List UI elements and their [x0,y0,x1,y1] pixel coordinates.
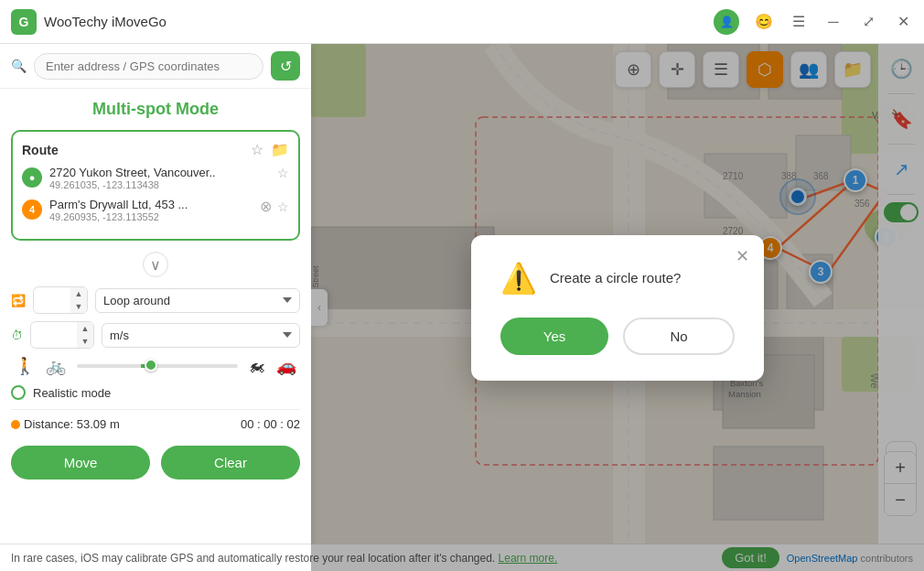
star-icon[interactable]: ☆ [251,141,263,158]
waypoint-text-4: Parm's Drywall Ltd, 453 ... 49.260935, -… [49,198,252,222]
speed-unit-select[interactable]: m/s km/h mph [102,323,300,348]
waypoint-icons-1: ☆ [277,166,289,180]
waypoint-dot-4: 4 [22,199,42,220]
clear-button[interactable]: Clear [161,446,300,479]
speed-input-container[interactable]: 23.18 ▲ ▼ [30,321,94,349]
loop-icon: 🔁 [11,294,26,307]
star-empty-icon-4[interactable]: ☆ [277,199,289,214]
loop-count-down[interactable]: ▼ [70,300,87,313]
waypoint-icons-4: ⊗ ☆ [260,198,289,215]
route-box: Route ☆ 📁 ● 2720 Yukon Street, Vancouver… [11,130,300,241]
action-buttons: Move Clear [11,438,300,487]
distance-dot [11,420,20,429]
transport-row: 🚶 🚲 🏍 🚗 [11,356,300,376]
speed-down[interactable]: ▼ [77,335,93,348]
title-right: 👤 😊 ☰ ─ ⤢ ✕ [714,9,913,35]
dialog-close-btn[interactable]: ✕ [736,246,749,266]
walk-icon: 🚶 [15,356,35,376]
loop-mode-select[interactable]: Loop around Back and forth Custom [95,288,300,313]
distance-label: Distance: 53.09 m [11,417,120,431]
dialog-content: ⚠️ Create a circle route? [500,261,735,296]
realistic-mode-label: Realistic mode [33,386,111,400]
dialog-overlay: ✕ ⚠️ Create a circle route? Yes No [311,44,924,571]
waypoint-1: ● 2720 Yukon Street, Vancouver.. 49.2610… [22,166,289,190]
search-input[interactable] [34,53,263,80]
maximize-icon[interactable]: ⤢ [858,12,878,32]
loop-count-input[interactable]: 1 ▲ ▼ [33,286,88,314]
waypoint-addr-4: Parm's Drywall Ltd, 453 ... [49,198,252,211]
loop-controls-row: 🔁 1 ▲ ▼ Loop around Back and forth Custo… [11,286,300,314]
route-icons: ☆ 📁 [251,141,289,158]
moto-icon: 🏍 [249,357,265,376]
expand-btn-container: ∨ [11,252,300,277]
speed-arrows: ▲ ▼ [77,322,93,348]
folder-icon[interactable]: 📁 [271,141,289,158]
menu-icon[interactable]: ☰ [789,12,809,32]
panel-content: Multi-spot Mode Route ☆ 📁 ● 2720 Yukon S… [0,89,311,571]
close-icon[interactable]: ✕ [893,12,913,32]
realistic-mode-radio[interactable] [11,385,26,400]
speed-up[interactable]: ▲ [77,322,93,335]
search-bar: 🔍 ↺ [0,44,311,89]
user-avatar[interactable]: 👤 [714,9,739,35]
search-icon: 🔍 [11,59,27,73]
distance-row: Distance: 53.09 m 00 : 00 : 02 [11,409,300,431]
waypoint-text-1: 2720 Yukon Street, Vancouver.. 49.261035… [49,166,270,190]
main-layout: 🔍 ↺ Multi-spot Mode Route ☆ 📁 ● [0,44,924,571]
circle-route-dialog: ✕ ⚠️ Create a circle route? Yes No [471,235,764,381]
app-logo: G [11,9,37,35]
waypoint-4: 4 Parm's Drywall Ltd, 453 ... 49.260935,… [22,198,289,222]
time-value: 00 : 00 : 02 [241,417,300,431]
realistic-mode-row: Realistic mode [11,385,300,400]
speed-controls-row: ⏱ 23.18 ▲ ▼ m/s km/h mph [11,321,300,349]
dialog-buttons: Yes No [500,318,735,355]
app-title: WooTechy iMoveGo [44,14,167,29]
distance-text: Distance: 53.09 m [24,417,120,431]
waypoint-coords-1: 49.261035, -123.113438 [49,179,270,190]
map-area[interactable]: West 12th Avenue 2710 388 368 356 2720 M… [311,44,924,571]
search-submit-btn[interactable]: ↺ [271,51,300,81]
title-bar: G WooTechy iMoveGo 👤 😊 ☰ ─ ⤢ ✕ [0,0,924,44]
mode-title: Multi-spot Mode [11,100,300,119]
warning-icon: ⚠️ [500,261,537,296]
dialog-yes-btn[interactable]: Yes [500,318,608,355]
waypoint-coords-4: 49.260935, -123.113552 [49,211,252,222]
left-panel: 🔍 ↺ Multi-spot Mode Route ☆ 📁 ● [0,44,311,571]
title-left: G WooTechy iMoveGo [11,9,167,35]
bike-icon: 🚲 [46,356,66,376]
route-header: Route ☆ 📁 [22,141,289,158]
slider-thumb[interactable] [145,359,157,372]
minimize-icon[interactable]: ─ [823,12,843,32]
loop-count-up[interactable]: ▲ [70,287,87,300]
emoji-icon[interactable]: 😊 [754,12,774,32]
speed-icon: ⏱ [11,329,23,342]
route-label: Route [22,143,59,157]
star-empty-icon[interactable]: ☆ [277,166,289,180]
loop-count-arrows: ▲ ▼ [70,287,87,313]
speed-field[interactable]: 23.18 [31,325,77,346]
car-icon: 🚗 [276,356,296,376]
loop-count-field[interactable]: 1 [34,290,70,311]
delete-icon[interactable]: ⊗ [260,198,272,215]
dialog-message: Create a circle route? [550,270,681,286]
transport-slider[interactable] [77,364,238,368]
dialog-no-btn[interactable]: No [623,318,735,355]
expand-btn[interactable]: ∨ [143,252,168,277]
waypoint-addr-1: 2720 Yukon Street, Vancouver.. [49,166,270,179]
waypoint-dot-1: ● [22,167,42,188]
move-button[interactable]: Move [11,446,150,479]
